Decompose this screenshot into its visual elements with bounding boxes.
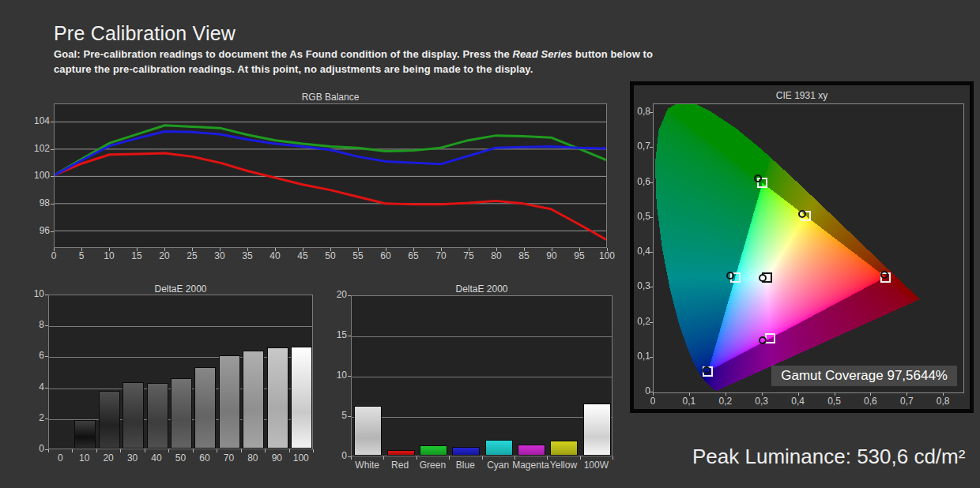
- bar-y-tick-label: 4: [24, 381, 44, 392]
- rgb-x-tick-label: 60: [375, 250, 397, 261]
- bar-y-tick-label: 6: [24, 350, 44, 361]
- cie-measured-point-white: [759, 274, 767, 282]
- bar-x-tickmark: [449, 456, 450, 460]
- bar-y-tickmark: [45, 295, 48, 295]
- bar-y-tickmark: [45, 388, 48, 389]
- rgb-x-tickmark: [469, 248, 469, 251]
- bar-green: [420, 445, 447, 456]
- cie-y-tick-label: 0,1: [635, 351, 650, 362]
- peak-luminance-readout: Peak Luminance: 530,6 cd/m²: [692, 445, 965, 469]
- bar-y-tickmark: [45, 325, 48, 326]
- deltae-colors-chart: [351, 295, 612, 456]
- bar-x-tickmark: [217, 449, 217, 452]
- cie-x-tickmark: [870, 392, 871, 396]
- cie-y-tickmark: [650, 112, 653, 113]
- cie-x-tick-label: 0,2: [714, 396, 737, 407]
- rgb-x-tickmark: [137, 248, 138, 251]
- bar-30: [122, 382, 144, 449]
- cie-chart-title: CIE 1931 xy: [634, 90, 970, 101]
- bar-x-tickmark: [193, 449, 194, 452]
- rgb-x-tickmark: [496, 248, 497, 251]
- rgb-x-tickmark: [552, 248, 552, 251]
- rgb-x-tick-label: 30: [209, 250, 231, 261]
- bar-cyan: [485, 440, 513, 456]
- cie-x-tickmark: [943, 392, 944, 396]
- bar-x-tickmark: [580, 456, 581, 460]
- rgb-x-tickmark: [54, 248, 55, 251]
- rgb-x-tick-label: 5: [70, 250, 92, 261]
- rgb-x-tickmark: [109, 248, 110, 251]
- cie-y-tick-label: 0,3: [635, 280, 650, 291]
- bar-yellow: [550, 441, 578, 456]
- rgb-x-tick-label: 65: [402, 250, 424, 261]
- cie-x-tick-label: 0,7: [895, 396, 918, 407]
- bar-70: [219, 355, 240, 449]
- rgb-x-tick-label: 95: [568, 250, 590, 261]
- bar-x-tickmark: [313, 449, 314, 452]
- rgb-x-tick-label: 75: [458, 250, 480, 261]
- cie-x-tick-label: 0,1: [677, 396, 701, 407]
- cie-x-tick-label: 0: [641, 396, 665, 407]
- cie-y-tick-label: 0,8: [635, 106, 650, 117]
- cie-y-tick-label: 0,6: [635, 176, 650, 187]
- bar-y-tickmark: [348, 295, 351, 296]
- cie-measured-point-blue: [703, 366, 710, 374]
- bar-white: [354, 406, 382, 456]
- cie-x-tickmark: [689, 392, 690, 396]
- cie-y-tick-label: 0,2: [635, 316, 650, 327]
- rgb-y-tick-label: 98: [29, 197, 50, 208]
- cie-x-tick-label: 0,4: [786, 396, 810, 407]
- goal-text: Goal: Pre-calibration readings to docume…: [54, 47, 686, 77]
- cie-x-tick-label: 0,5: [823, 396, 846, 407]
- bar-y-tickmark: [45, 356, 48, 357]
- bar-x-tickmark: [547, 456, 548, 460]
- cie-x-tickmark: [762, 392, 763, 396]
- gridline: [352, 377, 612, 377]
- goal-text-line2: capture the pre-calibration readings. At…: [54, 63, 533, 75]
- bar-y-tickmark: [348, 336, 351, 336]
- cie-chromaticity-plot: Gamut Coverage 97,5644%: [653, 103, 964, 393]
- rgb-x-tickmark: [247, 248, 248, 251]
- rgb-x-tick-label: 85: [513, 250, 535, 261]
- rgb-x-tickmark: [330, 248, 331, 251]
- rgb-balance-chart-title: RGB Balance: [54, 92, 607, 103]
- cie-y-tickmark: [650, 287, 653, 287]
- bar-y-tick-label: 10: [24, 288, 44, 299]
- cie-y-tickmark: [650, 322, 653, 323]
- cie-y-tickmark: [650, 252, 653, 253]
- cie-y-tick-label: 0,5: [635, 211, 650, 222]
- rgb-x-tick-label: 10: [98, 250, 120, 261]
- cie-1931-panel: CIE 1931 xy Gamut Coverage 97,5644% 0,80…: [630, 81, 974, 413]
- rgb-y-tickmark: [51, 231, 54, 232]
- goal-text-emphasis: Read Series: [513, 48, 573, 60]
- bar-80: [243, 351, 264, 449]
- bar-x-tickmark: [168, 449, 169, 452]
- cie-measured-point-red: [880, 271, 888, 279]
- rgb-y-tickmark: [51, 176, 54, 177]
- rgb-x-tickmark: [607, 248, 608, 251]
- bar-y-tick-label: 0: [24, 443, 44, 454]
- bar-x-tickmark: [482, 456, 483, 460]
- cie-y-tick-label: 0: [635, 385, 650, 396]
- bar-x-tickmark: [514, 456, 515, 460]
- bar-20: [99, 391, 120, 449]
- bar-x-tickmark: [241, 449, 242, 452]
- bar-x-label: 100: [278, 452, 324, 464]
- bar-100: [291, 347, 312, 449]
- rgb-x-tick-label: 50: [319, 250, 341, 261]
- cie-chromaticity-canvas: [654, 104, 963, 392]
- cie-y-tick-label: 0,7: [635, 141, 650, 152]
- rgb-x-tick-label: 55: [347, 250, 369, 261]
- gamut-coverage-badge: Gamut Coverage 97,5644%: [771, 366, 957, 386]
- cie-x-tickmark: [798, 392, 799, 396]
- rgb-x-tickmark: [81, 248, 82, 251]
- rgb-x-tickmark: [358, 248, 359, 251]
- rgb-x-tick-label: 15: [126, 250, 148, 261]
- rgb-y-tickmark: [51, 204, 54, 205]
- rgb-x-tick-label: 20: [153, 250, 175, 261]
- rgb-x-tickmark: [164, 248, 165, 251]
- bar-x-tickmark: [265, 449, 266, 452]
- rgb-x-tick-label: 80: [485, 250, 507, 261]
- cie-measured-point-cyan: [726, 272, 734, 280]
- rgb-x-tickmark: [524, 248, 525, 251]
